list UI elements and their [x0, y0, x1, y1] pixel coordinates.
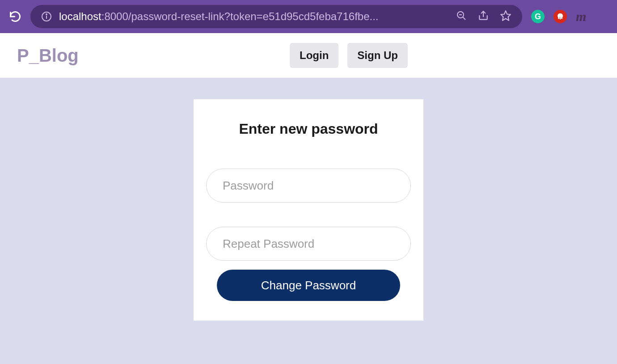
login-button[interactable]: Login: [290, 43, 338, 68]
signup-button[interactable]: Sign Up: [347, 43, 408, 68]
site-header: P_Blog Login Sign Up: [0, 33, 617, 78]
site-logo[interactable]: P_Blog: [17, 46, 79, 66]
svg-rect-9: [558, 16, 559, 19]
bookmark-star-icon[interactable]: [500, 10, 511, 23]
share-icon[interactable]: [478, 10, 489, 23]
svg-rect-11: [561, 16, 562, 19]
info-icon[interactable]: [41, 11, 52, 22]
browser-toolbar: localhost:8000/password-reset-link?token…: [0, 0, 617, 33]
svg-rect-10: [560, 16, 561, 19]
url-path: :8000/password-reset-link?token=e51d95cd…: [101, 10, 379, 22]
change-password-button[interactable]: Change Password: [217, 270, 400, 301]
search-icon[interactable]: [456, 10, 467, 23]
ext-m-icon[interactable]: m: [576, 9, 586, 24]
reload-icon[interactable]: [9, 10, 21, 23]
nav-buttons: Login Sign Up: [290, 43, 408, 68]
grammarly-ext-icon[interactable]: G: [531, 10, 545, 23]
extension-icons: G m: [531, 9, 586, 24]
adblock-ext-icon[interactable]: [554, 10, 567, 23]
reset-password-card: Enter new password Change Password: [194, 99, 423, 321]
url-text: localhost:8000/password-reset-link?token…: [59, 10, 449, 23]
svg-rect-8: [559, 14, 561, 17]
url-host: localhost: [59, 10, 101, 22]
repeat-password-input[interactable]: [206, 227, 411, 261]
svg-marker-7: [501, 11, 511, 21]
svg-line-4: [463, 17, 465, 20]
main-content: Enter new password Change Password: [0, 78, 617, 364]
password-input[interactable]: [206, 169, 411, 203]
svg-point-2: [46, 14, 47, 15]
address-bar-icons: [456, 10, 511, 23]
address-bar[interactable]: localhost:8000/password-reset-link?token…: [30, 5, 522, 28]
card-title: Enter new password: [206, 121, 411, 137]
